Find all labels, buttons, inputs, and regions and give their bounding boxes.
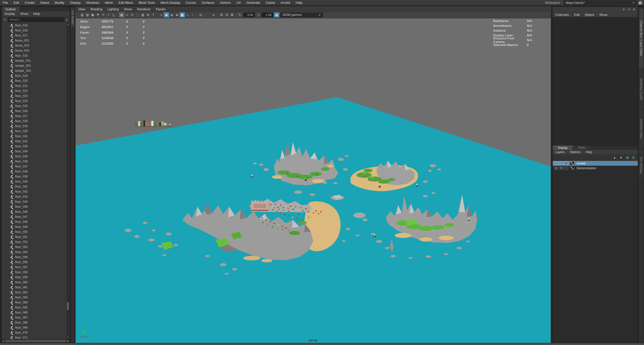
outliner-item-floor-036[interactable]: floor_036 [2, 159, 66, 164]
menu-surfaces[interactable]: Surfaces [199, 0, 217, 6]
layer-visible-toggle[interactable]: V [554, 162, 558, 165]
scroll-left-icon[interactable]: ◀ [2, 340, 5, 342]
outliner-item-floor-060[interactable]: floor_060 [2, 280, 66, 285]
outliner-item-floor-022[interactable]: floor_022 [2, 88, 66, 93]
lighting-icon[interactable]: ☼ [185, 12, 190, 17]
outliner-item-floor-023[interactable]: floor_023 [2, 93, 66, 98]
tab-outliner[interactable]: Outliner [2, 7, 19, 11]
protractor-icon[interactable]: ◺ [111, 12, 116, 17]
layer-up-icon[interactable]: ▲ [613, 156, 616, 159]
outliner-item-floor-027[interactable]: floor_027 [2, 114, 66, 119]
outliner-item-floor-053[interactable]: floor_053 [2, 245, 66, 250]
outliner-item-floor-024[interactable]: floor_024 [2, 98, 66, 104]
distant-asset-strip[interactable] [135, 120, 171, 127]
outliner-item-floor-069[interactable]: floor_069 [2, 325, 66, 330]
menu-edit[interactable]: Edit [11, 0, 22, 6]
outliner-item-floor-058[interactable]: floor_058 [2, 270, 66, 275]
safe-action-icon[interactable]: ⊕ [145, 12, 151, 17]
camera-icon[interactable]: ▤ [85, 12, 90, 17]
outliner-item-floor-046[interactable]: floor_046 [2, 209, 66, 214]
multisample-icon[interactable]: ⊞ [219, 12, 224, 17]
film-gate-icon[interactable]: ▭ [124, 12, 130, 17]
shaded-icon[interactable]: ◆ [164, 12, 169, 17]
outliner-item-floor-020[interactable]: floor_020 [2, 78, 66, 83]
new-layer-selected-icon[interactable]: ⊡ [632, 156, 635, 159]
outliner-item-fence-001[interactable]: fence_001 [2, 38, 66, 43]
viewport-menu-view[interactable]: View [76, 7, 88, 12]
camera-lock-icon[interactable]: ▣ [90, 12, 95, 17]
panel-tab-attribute-editor[interactable]: Attribute Editor [639, 111, 643, 148]
outliner-item-floor-026[interactable]: floor_026 [2, 109, 66, 114]
gamma-field[interactable]: 1.00 [262, 13, 273, 17]
search-input[interactable] [8, 17, 64, 22]
outliner-item-floor-043[interactable]: floor_043 [2, 194, 66, 199]
outliner-item-floor-039[interactable]: floor_039 [2, 174, 66, 179]
outliner-item-temple-001[interactable]: temple_001 [2, 58, 66, 63]
outliner-item-floor-033[interactable]: floor_033 [2, 144, 66, 149]
outliner-item-floor-068[interactable]: floor_068 [2, 320, 66, 325]
viewport-menu-show[interactable]: Show [121, 7, 135, 12]
channelbox-menu-channels[interactable]: Channels [553, 12, 572, 17]
exposure-field[interactable]: 0.00 [243, 13, 255, 17]
outliner-item-floor-038[interactable]: floor_038 [2, 169, 66, 174]
outliner-item-floor-045[interactable]: floor_045 [2, 204, 66, 209]
outliner-item-floor-063[interactable]: floor_063 [2, 295, 66, 300]
panel-tab-tool-settings[interactable]: Tool Settings [639, 150, 643, 180]
outliner-item-fence-003[interactable]: fence_003 [2, 48, 66, 53]
menu-mesh-tools[interactable]: Mesh Tools [136, 0, 158, 6]
outliner-item-floor-051[interactable]: floor_051 [2, 234, 66, 239]
outliner-item-floor-041[interactable]: floor_041 [2, 184, 66, 189]
object-details-icon[interactable]: ❖ [622, 7, 625, 12]
outliner-item-floor-037[interactable]: floor_037 [2, 164, 66, 169]
menu-modify[interactable]: Modify [52, 0, 67, 6]
outliner-item-floor-057[interactable]: floor_057 [2, 265, 66, 270]
layer-extra-toggle[interactable] [564, 166, 568, 170]
outliner-horizontal-scrollbar[interactable]: ◀ ▶ [2, 339, 70, 343]
outliner-item-temple-003[interactable]: temple_003 [2, 68, 66, 73]
menu-cache[interactable]: Cache [263, 0, 278, 6]
panel-tab-modeling-toolkit[interactable]: Modeling Toolkit [639, 71, 643, 108]
layer-row-assets[interactable]: VPAssets [553, 161, 638, 166]
search-options-chevron-icon[interactable]: ▼ [65, 18, 69, 21]
outliner-item-floor-061[interactable]: floor_061 [2, 285, 66, 290]
pin-icon[interactable]: ✛ [106, 12, 111, 17]
outliner-item-floor-015[interactable]: floor_015 [2, 23, 66, 28]
outliner-item-floor-064[interactable]: floor_064 [2, 300, 66, 305]
outliner-item-floor-034[interactable]: floor_034 [2, 149, 66, 154]
menu-curves[interactable]: Curves [183, 0, 199, 6]
outliner-item-floor-047[interactable]: floor_047 [2, 214, 66, 219]
menu-select[interactable]: Select [37, 0, 52, 6]
safe-title-icon[interactable]: T [151, 12, 156, 17]
color-management-icon[interactable]: ◉ [274, 12, 279, 17]
outliner-item-fence-002[interactable]: fence_002 [2, 43, 66, 48]
scrollbar-thumb[interactable] [67, 302, 69, 310]
layer-playback-toggle[interactable]: P [559, 162, 563, 165]
outliner-menu-display[interactable]: Display [2, 11, 18, 16]
outliner-item-floor-030[interactable]: floor_030 [2, 129, 66, 134]
exposure-icon[interactable]: ↻ [237, 12, 243, 17]
lock-workspace-icon[interactable] [639, 2, 641, 4]
menu-mesh-display[interactable]: Mesh Display [158, 0, 183, 6]
channelbox-menu-show[interactable]: Show [597, 12, 610, 17]
outliner-item-floor-070[interactable]: floor_070 [2, 330, 66, 335]
scroll-down-icon[interactable]: ▼ [66, 336, 69, 339]
wireframe-on-shaded-icon[interactable]: ◈ [174, 12, 180, 17]
shadows-icon[interactable]: ◐ [190, 12, 195, 17]
outliner-item-floor-059[interactable]: floor_059 [2, 275, 66, 280]
menu-display[interactable]: Display [67, 0, 84, 6]
menu-uv[interactable]: UV [233, 0, 244, 6]
outliner-item-floor-031[interactable]: floor_031 [2, 134, 66, 139]
outliner-item-floor-048[interactable]: floor_048 [2, 219, 66, 224]
fort[interactable] [251, 201, 269, 211]
gate-mask-icon[interactable]: ▢ [135, 12, 140, 17]
layer-menu-help[interactable]: Help [583, 150, 595, 154]
grid-icon[interactable]: ▦ [119, 12, 124, 17]
outliner-menu-show[interactable]: Show [18, 11, 31, 16]
layer-extra-toggle[interactable] [564, 162, 568, 165]
layer-playback-toggle[interactable]: P [559, 166, 563, 170]
contrast-icon[interactable]: ◑ [256, 12, 261, 17]
depth-peel-icon[interactable]: ⊟ [224, 12, 229, 17]
layer-row-demonstration[interactable]: VPDemonstration [553, 166, 638, 170]
viewport-menu-shading[interactable]: Shading [88, 7, 105, 12]
grease-pencil-icon[interactable]: ✎ [101, 12, 106, 17]
